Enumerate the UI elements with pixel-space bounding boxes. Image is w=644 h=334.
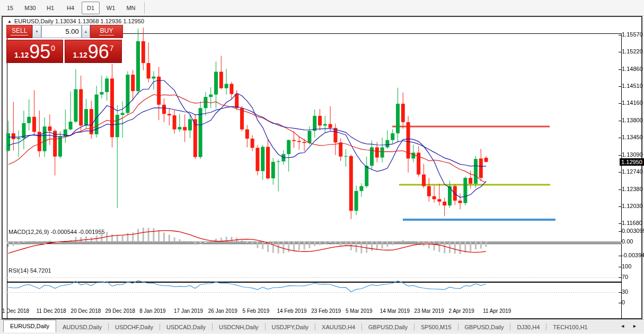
chart-title-text: EURUSD,Daily 1.13034 1.13068 1.12936 1.1…: [14, 18, 144, 24]
tab-dj30-h4[interactable]: DJ30,H4: [510, 321, 546, 332]
tab-gbpusd-daily[interactable]: GBPUSD,Daily: [458, 321, 510, 332]
date-axis-label: 2 Apr 2019: [448, 308, 474, 314]
price-axis-label: 1.13800: [622, 117, 643, 123]
macd-axis-label: 0.00: [622, 238, 633, 245]
volume-increase-button[interactable]: ▲: [82, 25, 90, 38]
timeframe-button-m30[interactable]: M30: [21, 2, 39, 14]
tab-usdcad-daily[interactable]: USDCAD,Daily: [160, 321, 212, 332]
timeframe-button-h1[interactable]: H1: [41, 2, 59, 14]
tab-scroll-right-icon[interactable]: ►: [629, 323, 641, 329]
date-axis-label: 20 Dec 2018: [71, 308, 101, 314]
buy-price-panel[interactable]: 1.12 96 7: [65, 40, 122, 63]
date-axis-label: 23 Feb 2019: [311, 308, 341, 314]
date-axis-label: 5 Mar 2019: [346, 308, 373, 314]
sell-price-main: 95: [29, 43, 50, 61]
sell-price-prefix: 1.12: [14, 51, 29, 59]
volume-decrease-button[interactable]: ▼: [32, 25, 41, 38]
date-axis-label: 11 Apr 2019: [483, 308, 511, 314]
rsi-label: RSI(14) 54.7201: [8, 267, 51, 274]
chart-title: ▲EURUSD,Daily 1.13034 1.13068 1.12936 1.…: [7, 18, 144, 24]
sell-price-panel[interactable]: 1.12 95 0: [6, 40, 63, 63]
macd-axis-label: 0.003095: [622, 228, 644, 234]
one-click-trading-widget: SELL ▼ ▲ BUY 1.12 95 0 1.12 96 7: [6, 25, 123, 63]
current-price-tag: 1.12950: [620, 158, 644, 166]
tab-gbpusd-daily[interactable]: GBPUSD,Daily: [362, 321, 414, 332]
date-axis-label: 1 Dec 2018: [2, 308, 29, 314]
price-axis-label: 1.12380: [622, 186, 643, 192]
macd-axis-label: -0.003947: [622, 252, 644, 258]
tab-xauusd-h4[interactable]: XAUUSD,H4: [315, 321, 361, 332]
price-axis-label: 1.12030: [622, 203, 643, 209]
date-axis-label: 23 Mar 2019: [414, 308, 444, 314]
rsi-axis-label: 0: [622, 299, 625, 305]
price-axis-label: 1.14510: [622, 83, 643, 89]
date-axis-label: 8 Jan 2019: [139, 308, 166, 314]
price-axis-label: 1.15570: [622, 31, 643, 38]
timeframe-button-h4[interactable]: H4: [61, 2, 80, 14]
rsi-plot[interactable]: [7, 282, 622, 321]
price-axis-label: 1.13090: [622, 151, 643, 158]
rsi-axis-label: 100: [622, 263, 631, 269]
rsi-axis-label: 70: [622, 274, 628, 280]
price-axis-label: 1.14860: [622, 66, 643, 72]
price-axis-label: 1.13450: [622, 134, 643, 140]
timeframe-button-15[interactable]: 15: [1, 2, 19, 14]
tab-usdcnh-daily[interactable]: USDCNH,Daily: [213, 321, 265, 332]
sell-button[interactable]: SELL: [6, 25, 32, 38]
date-axis-label: 17 Jan 2019: [174, 308, 203, 314]
macd-plot[interactable]: [7, 243, 622, 282]
chart-tab-bar: EURUSD,DailyAUDUSD,DailyUSDCHF,DailyUSDC…: [0, 319, 644, 332]
spin-down-icon: ▼: [35, 30, 39, 33]
sell-price-pip: 0: [51, 44, 55, 52]
date-axis-label: 14 Mar 2019: [380, 308, 410, 314]
tab-audusd-daily[interactable]: AUDUSD,Daily: [56, 321, 108, 332]
volume-input[interactable]: [41, 25, 82, 38]
price-axis-label: 1.11680: [622, 220, 642, 226]
buy-price-prefix: 1.12: [73, 51, 87, 59]
timeframe-button-mn[interactable]: MN: [122, 2, 140, 14]
tab-usdjpy-daily[interactable]: USDJPY,Daily: [266, 321, 315, 332]
tab-usdchf-daily[interactable]: USDCHF,Daily: [109, 321, 160, 332]
tab-tech100-h1[interactable]: TECH100,H1: [546, 321, 594, 332]
collapse-panel-icon[interactable]: ▲: [7, 19, 12, 24]
price-axis-label: 1.12740: [622, 168, 643, 175]
tab-scroll-arrows: ◄►: [616, 320, 644, 332]
rsi-axis-label: 30: [622, 288, 628, 295]
timeframe-toolbar: 15M30H1H4D1W1MN: [0, 0, 644, 16]
date-axis-label: 14 Feb 2019: [277, 308, 306, 314]
buy-price-pip: 7: [110, 44, 114, 52]
buy-price-main: 96: [88, 43, 109, 61]
spin-up-icon: ▲: [84, 30, 88, 33]
price-axis-label: 1.15220: [622, 48, 643, 55]
tab-sp500-m15[interactable]: SP500,M15: [414, 321, 457, 332]
macd-label: MACD(12,26,9) -0.000544 -0.001955: [8, 229, 105, 235]
timeframe-button-w1[interactable]: W1: [102, 2, 120, 14]
date-axis-label: 29 Dec 2018: [105, 308, 135, 314]
date-axis-label: 11 Dec 2018: [37, 308, 66, 314]
timeframe-button-d1[interactable]: D1: [82, 2, 100, 14]
tab-scroll-left-icon[interactable]: ◄: [616, 323, 629, 329]
date-axis-label: 26 Jan 2019: [208, 308, 237, 314]
main-chart-plot[interactable]: [7, 33, 622, 242]
buy-button[interactable]: BUY: [90, 25, 123, 38]
price-axis-label: 1.14160: [622, 100, 643, 106]
tab-eurusd-daily[interactable]: EURUSD,Daily: [3, 320, 56, 332]
date-axis-label: 5 Feb 2019: [243, 308, 270, 314]
toolbar-separator: [144, 2, 145, 14]
